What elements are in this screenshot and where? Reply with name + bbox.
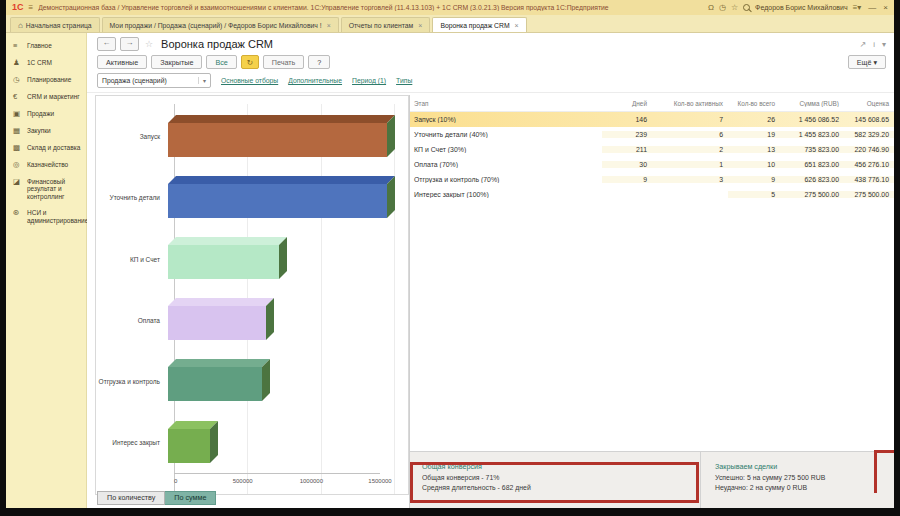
table-row[interactable]: Интерес закрыт (100%)5275 500.00275 500.… — [410, 187, 894, 202]
chart-bar-track — [168, 106, 394, 167]
help-button[interactable]: ? — [308, 55, 330, 69]
sidebar-item-label: Закупки — [27, 127, 51, 135]
column-header-2[interactable]: Кол-во активных — [652, 100, 728, 107]
collapse-icon[interactable]: ▾ — [882, 40, 886, 49]
search-icon[interactable] — [743, 4, 750, 11]
sidebar-item-treasury[interactable]: ◎Казначейство — [6, 156, 86, 173]
sidebar-item-finance-result[interactable]: ◪Финансовый результат и контроллинг — [6, 173, 86, 205]
table-cell: Запуск (10%) — [410, 116, 602, 123]
column-header-1[interactable]: Дней — [602, 100, 652, 107]
chart-bar[interactable] — [168, 367, 262, 401]
conversion-title-link[interactable]: Общая конверсия — [422, 462, 700, 471]
refresh-icon[interactable]: ↻ — [241, 55, 259, 69]
info-icon[interactable]: i — [873, 40, 875, 49]
link-icon[interactable]: ↗ — [860, 40, 867, 49]
tabs-bar: ⌂Начальная страницаМои продажи / Продажа… — [6, 15, 894, 33]
sidebar-item-planning[interactable]: ◷Планирование — [6, 71, 86, 88]
chart-bar[interactable] — [168, 306, 266, 340]
conversion-block: Общая конверсия Общая конверсия - 71% Ср… — [410, 452, 701, 508]
chart-row: Интерес закрыт — [96, 412, 394, 473]
scenario-select[interactable]: Продажа (сценарий) ▾ — [97, 73, 211, 88]
table-cell: 10 — [728, 161, 780, 168]
chart-category-label: Уточнить детали — [96, 194, 168, 201]
chart-row: Уточнить детали — [96, 167, 394, 228]
table-row[interactable]: Запуск (10%)1467261 456 086.52145 608.65 — [410, 112, 894, 127]
tab-close-icon[interactable]: × — [418, 22, 422, 29]
table-row[interactable]: Оплата (70%)30110651 823.00456 276.10 — [410, 157, 894, 172]
column-header-4[interactable]: Сумма (RUB) — [780, 100, 844, 107]
by-sum-button[interactable]: По сумме — [165, 491, 216, 505]
summary-panel: Общая конверсия Общая конверсия - 71% Ср… — [410, 451, 894, 508]
chart-bar-track — [168, 412, 394, 473]
tab-close-icon[interactable]: × — [327, 22, 331, 29]
filters-row: Продажа (сценарий) ▾ Основные отборыДопо… — [87, 72, 894, 92]
chart-bar[interactable] — [168, 245, 279, 279]
sidebar-item-nsi-admin[interactable]: ⊛НСИ и администрирование — [6, 205, 86, 229]
table-row[interactable]: Уточнить детали (40%)2396191 455 823.005… — [410, 127, 894, 142]
table-cell: КП и Счет (30%) — [410, 146, 602, 153]
sidebar-item-purchases[interactable]: ▦Закупки — [6, 122, 86, 139]
report-body: ЗапускУточнить деталиКП и СчетОплатаОтгр… — [87, 92, 894, 508]
table-cell: 582 329.20 — [844, 131, 894, 138]
active-deals-button[interactable]: Активные — [97, 55, 147, 69]
filter-link-1[interactable]: Дополнительные — [288, 77, 342, 84]
filter-link-3[interactable]: Типы — [396, 77, 412, 84]
favorite-star-icon[interactable]: ☆ — [145, 39, 153, 49]
tab-close-icon[interactable]: × — [515, 22, 519, 29]
chart-icon: ◪ — [13, 178, 22, 186]
table-cell: 1 456 086.52 — [780, 116, 844, 123]
table-cell: 239 — [602, 131, 652, 138]
tab-my-sales[interactable]: Мои продажи / Продажа (сценарий) / Федор… — [102, 17, 339, 32]
hamburger-icon: ≡ — [13, 42, 22, 50]
closing-block: Закрываем сделки Успешно: 5 на сумму 275… — [701, 452, 894, 508]
filter-link-2[interactable]: Период (1) — [352, 77, 386, 84]
column-header-5[interactable]: Оценка — [844, 100, 894, 107]
print-button[interactable]: Печать — [263, 55, 305, 69]
column-header-3[interactable]: Кол-во всего — [728, 100, 780, 107]
sidebar-item-label: Финансовый результат и контроллинг — [27, 178, 84, 201]
chart-category-label: Оплата — [96, 317, 168, 324]
sidebar-item-warehouse[interactable]: ▩Склад и доставка — [6, 139, 86, 156]
sidebar-item-sales[interactable]: ▣Продажи — [6, 105, 86, 122]
title-bar: 1С ≡ Демонстрационная база / Управление … — [6, 0, 894, 15]
sidebar-item-main[interactable]: ≡Главное — [6, 37, 86, 54]
service-menu-icon[interactable]: ≡▾ — [853, 4, 862, 12]
more-button[interactable]: Ещё ▾ — [848, 55, 886, 69]
window-title: Демонстрационная база / Управление торго… — [38, 4, 703, 11]
tab-sales-funnel[interactable]: Воронка продаж CRM× — [432, 17, 526, 32]
tab-client-reports[interactable]: Отчеты по клиентам× — [341, 17, 431, 32]
table-cell: Отгрузка и контроль (70%) — [410, 176, 602, 183]
tab-home[interactable]: ⌂Начальная страница — [10, 17, 100, 32]
by-count-button[interactable]: По количеству — [97, 491, 165, 505]
chart-bar[interactable] — [168, 123, 387, 157]
filter-link-0[interactable]: Основные отборы — [221, 77, 278, 84]
navigation-row: ← → ☆ Воронка продаж CRM ↗ i ▾ — [87, 33, 894, 53]
table-header: ЭтапДнейКол-во активныхКол-во всегоСумма… — [410, 95, 894, 112]
cart-icon: ▦ — [13, 127, 22, 135]
notifications-bell-icon[interactable]: Ω — [708, 4, 714, 12]
closing-title-link[interactable]: Закрываем сделки — [715, 462, 894, 471]
close-button[interactable]: × — [883, 4, 888, 12]
chart-bar-track — [168, 167, 394, 228]
current-user[interactable]: Федоров Борис Михайлович — [755, 4, 848, 11]
main-menu-icon[interactable]: ≡ — [29, 4, 34, 12]
chart-bar[interactable] — [168, 184, 387, 218]
column-header-0[interactable]: Этап — [410, 100, 602, 107]
forward-button[interactable]: → — [120, 37, 139, 51]
all-deals-button[interactable]: Все — [206, 55, 236, 69]
table-cell: 275 500.00 — [844, 191, 894, 198]
back-button[interactable]: ← — [97, 37, 116, 51]
table-row[interactable]: Отгрузка и контроль (70%)939626 823.0043… — [410, 172, 894, 187]
favorites-star-icon[interactable]: ☆ — [731, 4, 738, 12]
minimize-button[interactable]: — — [868, 4, 876, 12]
chart-bar[interactable] — [168, 429, 210, 463]
history-clock-icon[interactable]: ◷ — [719, 4, 726, 12]
sidebar-item-crm-marketing[interactable]: €CRM и маркетинг — [6, 88, 86, 105]
conversion-value: Общая конверсия - 71% — [422, 474, 700, 481]
table-cell: 145 608.65 — [844, 116, 894, 123]
coin-icon: ◎ — [13, 161, 22, 169]
sidebar-item-1c-crm[interactable]: ♟1С CRM — [6, 54, 86, 71]
table-row[interactable]: КП и Счет (30%)211213735 823.00220 746.9… — [410, 142, 894, 157]
closed-deals-button[interactable]: Закрытые — [151, 55, 202, 69]
chart-bar-track — [168, 290, 394, 351]
